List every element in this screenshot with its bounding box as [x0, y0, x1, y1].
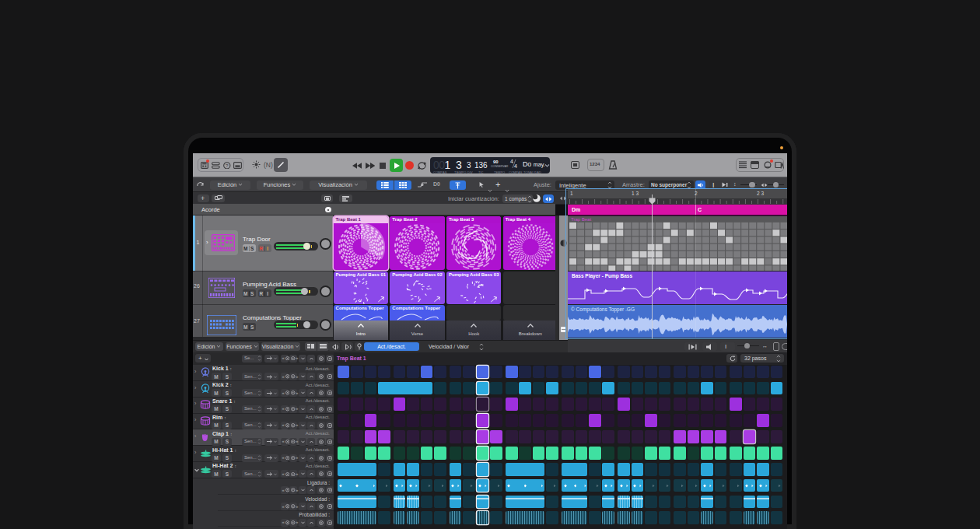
svg-text:?: ? — [226, 162, 229, 167]
